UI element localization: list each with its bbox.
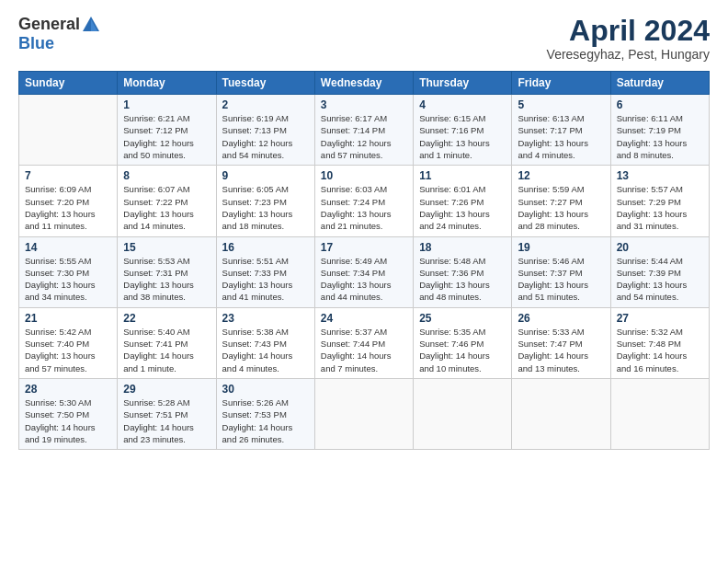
- day-info: Sunrise: 6:05 AM Sunset: 7:23 PM Dayligh…: [222, 183, 309, 232]
- day-info: Sunrise: 5:32 AM Sunset: 7:48 PM Dayligh…: [617, 326, 703, 374]
- day-number: 11: [419, 169, 506, 182]
- calendar-cell: 19Sunrise: 5:46 AM Sunset: 7:37 PM Dayli…: [512, 236, 610, 307]
- calendar-cell: 15Sunrise: 5:53 AM Sunset: 7:31 PM Dayli…: [118, 236, 216, 307]
- day-info: Sunrise: 5:51 AM Sunset: 7:33 PM Dayligh…: [222, 255, 309, 304]
- day-number: 24: [321, 312, 407, 325]
- calendar-cell: 9Sunrise: 6:05 AM Sunset: 7:23 PM Daylig…: [216, 166, 314, 236]
- calendar-cell: 28Sunrise: 5:30 AM Sunset: 7:50 PM Dayli…: [19, 378, 118, 449]
- day-info: Sunrise: 5:26 AM Sunset: 7:53 PM Dayligh…: [222, 396, 309, 445]
- day-info: Sunrise: 6:03 AM Sunset: 7:24 PM Dayligh…: [321, 183, 407, 232]
- calendar-cell: 1Sunrise: 6:21 AM Sunset: 7:12 PM Daylig…: [118, 95, 216, 166]
- day-info: Sunrise: 5:35 AM Sunset: 7:46 PM Dayligh…: [419, 326, 506, 374]
- day-number: 27: [617, 312, 703, 325]
- calendar-cell: 26Sunrise: 5:33 AM Sunset: 7:47 PM Dayli…: [512, 307, 610, 378]
- logo-blue: Blue: [18, 35, 101, 53]
- day-info: Sunrise: 6:01 AM Sunset: 7:26 PM Dayligh…: [419, 183, 506, 232]
- day-number: 30: [222, 383, 309, 396]
- day-number: 3: [321, 98, 407, 111]
- day-number: 1: [123, 98, 210, 111]
- logo: General Blue: [18, 15, 101, 53]
- day-number: 22: [123, 312, 210, 325]
- day-number: 23: [222, 312, 309, 325]
- day-number: 18: [419, 241, 506, 254]
- weekday-header-sunday: Sunday: [19, 72, 118, 95]
- day-number: 25: [419, 312, 506, 325]
- calendar-cell: 10Sunrise: 6:03 AM Sunset: 7:24 PM Dayli…: [314, 166, 413, 236]
- day-info: Sunrise: 5:57 AM Sunset: 7:29 PM Dayligh…: [617, 183, 703, 232]
- day-info: Sunrise: 5:42 AM Sunset: 7:40 PM Dayligh…: [25, 326, 111, 374]
- location: Veresegyhaz, Pest, Hungary: [547, 47, 710, 62]
- day-info: Sunrise: 5:38 AM Sunset: 7:43 PM Dayligh…: [222, 326, 309, 374]
- day-info: Sunrise: 5:49 AM Sunset: 7:34 PM Dayligh…: [321, 255, 407, 304]
- day-info: Sunrise: 5:30 AM Sunset: 7:50 PM Dayligh…: [25, 396, 111, 445]
- calendar-cell: 17Sunrise: 5:49 AM Sunset: 7:34 PM Dayli…: [314, 236, 413, 307]
- day-info: Sunrise: 5:48 AM Sunset: 7:36 PM Dayligh…: [419, 255, 506, 304]
- day-number: 20: [617, 241, 703, 254]
- month-title: April 2024: [547, 15, 710, 47]
- day-info: Sunrise: 5:37 AM Sunset: 7:44 PM Dayligh…: [321, 326, 407, 374]
- calendar-cell: [19, 95, 118, 166]
- day-number: 15: [123, 241, 210, 254]
- calendar-cell: 30Sunrise: 5:26 AM Sunset: 7:53 PM Dayli…: [216, 378, 314, 449]
- day-info: Sunrise: 6:07 AM Sunset: 7:22 PM Dayligh…: [123, 183, 210, 232]
- calendar-cell: 25Sunrise: 5:35 AM Sunset: 7:46 PM Dayli…: [414, 307, 512, 378]
- calendar-cell: 2Sunrise: 6:19 AM Sunset: 7:13 PM Daylig…: [216, 95, 314, 166]
- day-number: 19: [518, 241, 604, 254]
- calendar-cell: 18Sunrise: 5:48 AM Sunset: 7:36 PM Dayli…: [414, 236, 512, 307]
- calendar-table: SundayMondayTuesdayWednesdayThursdayFrid…: [18, 71, 710, 450]
- calendar-cell: 6Sunrise: 6:11 AM Sunset: 7:19 PM Daylig…: [610, 95, 709, 166]
- day-number: 4: [419, 98, 506, 111]
- day-number: 17: [321, 241, 407, 254]
- day-number: 10: [321, 169, 407, 182]
- day-number: 5: [518, 98, 604, 111]
- calendar-cell: 22Sunrise: 5:40 AM Sunset: 7:41 PM Dayli…: [118, 307, 216, 378]
- day-info: Sunrise: 6:11 AM Sunset: 7:19 PM Dayligh…: [617, 112, 703, 161]
- day-number: 6: [617, 98, 703, 111]
- calendar-cell: 12Sunrise: 5:59 AM Sunset: 7:27 PM Dayli…: [512, 166, 610, 236]
- day-info: Sunrise: 5:40 AM Sunset: 7:41 PM Dayligh…: [123, 326, 210, 374]
- day-info: Sunrise: 6:17 AM Sunset: 7:14 PM Dayligh…: [321, 112, 407, 161]
- calendar-cell: [512, 378, 610, 449]
- calendar-cell: 3Sunrise: 6:17 AM Sunset: 7:14 PM Daylig…: [314, 95, 413, 166]
- logo-icon: [81, 15, 101, 35]
- day-info: Sunrise: 6:15 AM Sunset: 7:16 PM Dayligh…: [419, 112, 506, 161]
- day-info: Sunrise: 6:13 AM Sunset: 7:17 PM Dayligh…: [518, 112, 604, 161]
- day-number: 7: [25, 169, 111, 182]
- day-number: 29: [123, 383, 210, 396]
- calendar-cell: 27Sunrise: 5:32 AM Sunset: 7:48 PM Dayli…: [610, 307, 709, 378]
- weekday-header-thursday: Thursday: [414, 72, 512, 95]
- calendar-cell: 7Sunrise: 6:09 AM Sunset: 7:20 PM Daylig…: [19, 166, 118, 236]
- calendar-cell: [414, 378, 512, 449]
- weekday-header-wednesday: Wednesday: [314, 72, 413, 95]
- day-info: Sunrise: 5:55 AM Sunset: 7:30 PM Dayligh…: [25, 255, 111, 304]
- day-number: 21: [25, 312, 111, 325]
- day-info: Sunrise: 5:33 AM Sunset: 7:47 PM Dayligh…: [518, 326, 604, 374]
- day-info: Sunrise: 6:21 AM Sunset: 7:12 PM Dayligh…: [123, 112, 210, 161]
- day-info: Sunrise: 5:59 AM Sunset: 7:27 PM Dayligh…: [518, 183, 604, 232]
- day-number: 13: [617, 169, 703, 182]
- day-info: Sunrise: 5:53 AM Sunset: 7:31 PM Dayligh…: [123, 255, 210, 304]
- day-number: 26: [518, 312, 604, 325]
- day-info: Sunrise: 6:19 AM Sunset: 7:13 PM Dayligh…: [222, 112, 309, 161]
- calendar-cell: 8Sunrise: 6:07 AM Sunset: 7:22 PM Daylig…: [118, 166, 216, 236]
- calendar-cell: 29Sunrise: 5:28 AM Sunset: 7:51 PM Dayli…: [118, 378, 216, 449]
- calendar-cell: 14Sunrise: 5:55 AM Sunset: 7:30 PM Dayli…: [19, 236, 118, 307]
- day-number: 28: [25, 383, 111, 396]
- day-info: Sunrise: 5:46 AM Sunset: 7:37 PM Dayligh…: [518, 255, 604, 304]
- calendar-cell: 21Sunrise: 5:42 AM Sunset: 7:40 PM Dayli…: [19, 307, 118, 378]
- calendar-cell: 13Sunrise: 5:57 AM Sunset: 7:29 PM Dayli…: [610, 166, 709, 236]
- day-number: 16: [222, 241, 309, 254]
- calendar-cell: 24Sunrise: 5:37 AM Sunset: 7:44 PM Dayli…: [314, 307, 413, 378]
- day-number: 9: [222, 169, 309, 182]
- day-number: 8: [123, 169, 210, 182]
- weekday-header-friday: Friday: [512, 72, 610, 95]
- weekday-header-tuesday: Tuesday: [216, 72, 314, 95]
- weekday-header-monday: Monday: [118, 72, 216, 95]
- calendar-cell: [610, 378, 709, 449]
- day-number: 14: [25, 241, 111, 254]
- day-number: 12: [518, 169, 604, 182]
- calendar-cell: 20Sunrise: 5:44 AM Sunset: 7:39 PM Dayli…: [610, 236, 709, 307]
- calendar-cell: 11Sunrise: 6:01 AM Sunset: 7:26 PM Dayli…: [414, 166, 512, 236]
- weekday-header-saturday: Saturday: [610, 72, 709, 95]
- calendar-cell: 23Sunrise: 5:38 AM Sunset: 7:43 PM Dayli…: [216, 307, 314, 378]
